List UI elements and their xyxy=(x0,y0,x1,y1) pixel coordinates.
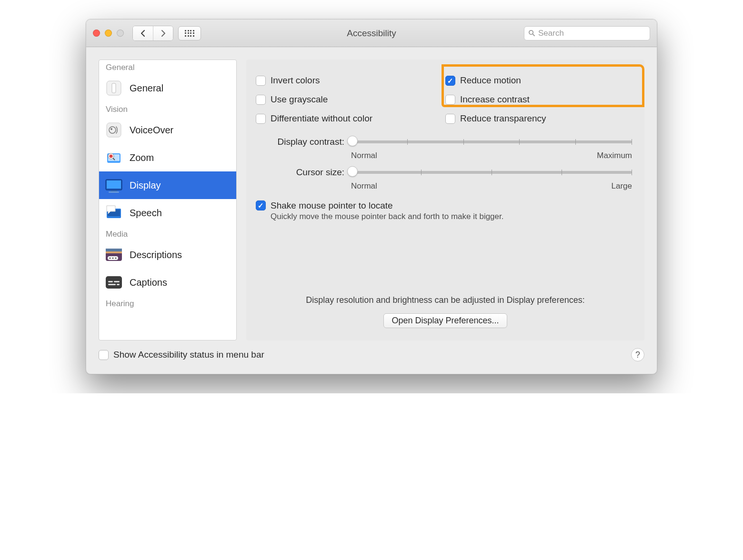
cursor-size-row: Cursor size: Normal Large xyxy=(256,166,635,191)
checkbox-use-grayscale[interactable]: Use grayscale xyxy=(256,92,445,107)
checkbox-box xyxy=(256,76,266,86)
svg-rect-29 xyxy=(117,284,120,285)
svg-point-10 xyxy=(109,154,112,158)
sidebar-item-label: Zoom xyxy=(130,152,154,163)
forward-button[interactable] xyxy=(153,26,173,40)
search-field[interactable] xyxy=(524,26,650,40)
annotation-highlight xyxy=(442,64,644,107)
help-button[interactable]: ? xyxy=(631,348,644,361)
checkbox-reduce-transparency[interactable]: Reduce transparency xyxy=(445,111,635,126)
sidebar-item-voiceover[interactable]: VoiceOver xyxy=(99,116,236,144)
sidebar-section-media: Media xyxy=(99,227,236,241)
sidebar-section-hearing: Hearing xyxy=(99,296,236,314)
checkbox-box xyxy=(256,114,266,124)
close-window-button[interactable] xyxy=(93,30,100,37)
sidebar-item-general[interactable]: General xyxy=(99,74,236,102)
slider-max-label: Large xyxy=(612,181,632,191)
checkbox-show-status-menubar[interactable]: Show Accessibility status in menu bar xyxy=(99,347,264,362)
checkbox-invert-colors[interactable]: Invert colors xyxy=(256,73,445,88)
sidebar-item-label: Display xyxy=(130,180,161,191)
footer: Show Accessibility status in menu bar ? xyxy=(86,340,657,374)
captions-icon xyxy=(104,272,124,292)
svg-point-6 xyxy=(110,128,112,130)
sidebar-item-speech[interactable]: Speech xyxy=(99,199,236,227)
checkbox-label: Show Accessibility status in menu bar xyxy=(113,350,264,360)
slider-min-label: Normal xyxy=(351,151,377,160)
display-hint: Display resolution and brightness can be… xyxy=(246,295,644,305)
sidebar-item-zoom[interactable]: Zoom xyxy=(99,144,236,171)
speech-icon xyxy=(104,203,124,223)
display-icon xyxy=(104,175,124,195)
svg-rect-25 xyxy=(106,276,122,289)
body: General General Vision VoiceOver Zoom xyxy=(86,47,657,340)
sidebar-item-label: Captions xyxy=(130,277,167,288)
slider-max-label: Maximum xyxy=(597,151,632,160)
sidebar-section-general: General xyxy=(99,60,236,74)
checkbox-box xyxy=(99,350,109,360)
slider-min-label: Normal xyxy=(351,181,377,191)
zoom-window-button[interactable] xyxy=(117,30,124,37)
svg-point-24 xyxy=(115,257,116,259)
cursor-size-slider[interactable]: Normal Large xyxy=(351,166,635,191)
sidebar-item-label: Speech xyxy=(130,208,162,219)
checkbox-label: Differentiate without color xyxy=(271,113,372,124)
shake-subtitle: Quickly move the mouse pointer back and … xyxy=(271,212,503,221)
sidebar-item-label: Descriptions xyxy=(130,250,182,260)
zoom-icon xyxy=(104,148,124,168)
checkbox-box xyxy=(445,114,455,124)
svg-point-23 xyxy=(112,257,113,259)
sidebar-item-captions[interactable]: Captions xyxy=(99,269,236,296)
general-icon xyxy=(104,78,124,98)
sidebar-item-label: General xyxy=(130,83,163,94)
open-display-preferences-button[interactable]: Open Display Preferences... xyxy=(383,313,507,328)
search-icon xyxy=(528,30,535,37)
sidebar-item-label: VoiceOver xyxy=(130,125,173,136)
nav-back-forward xyxy=(132,26,173,41)
svg-rect-26 xyxy=(108,281,113,282)
help-icon: ? xyxy=(635,350,640,360)
shake-title: Shake mouse pointer to locate xyxy=(271,200,503,211)
minimize-window-button[interactable] xyxy=(105,30,112,37)
svg-rect-15 xyxy=(109,192,119,193)
svg-rect-14 xyxy=(110,190,117,192)
checkbox-box xyxy=(256,95,266,105)
window-controls xyxy=(93,30,124,37)
shake-row: Shake mouse pointer to locate Quickly mo… xyxy=(256,200,635,221)
slider-label: Cursor size: xyxy=(256,166,351,178)
show-all-button[interactable] xyxy=(178,26,201,40)
checkbox-label: Invert colors xyxy=(271,75,320,86)
svg-line-1 xyxy=(533,34,535,36)
svg-rect-27 xyxy=(114,281,120,282)
sidebar-section-vision: Vision xyxy=(99,102,236,116)
slider-knob[interactable] xyxy=(347,166,358,177)
checkbox-differentiate-without-color[interactable]: Differentiate without color xyxy=(256,111,445,126)
display-contrast-row: Display contrast: Normal Maximum xyxy=(256,136,635,160)
chevron-left-icon xyxy=(140,30,146,37)
svg-point-22 xyxy=(109,257,110,259)
slider-knob[interactable] xyxy=(347,136,358,146)
svg-rect-3 xyxy=(112,83,116,93)
toolbar: Accessibility xyxy=(86,20,657,47)
sidebar-item-descriptions[interactable]: Descriptions xyxy=(99,241,236,269)
search-input[interactable] xyxy=(538,29,646,38)
settings-panel: Invert colors Reduce motion Use grayscal… xyxy=(246,60,644,340)
checkbox-label: Use grayscale xyxy=(271,94,328,105)
back-button[interactable] xyxy=(133,26,153,40)
display-contrast-slider[interactable]: Normal Maximum xyxy=(351,136,635,160)
system-preferences-window: Accessibility General General Vision Voi… xyxy=(86,19,657,374)
checkbox-shake-to-locate[interactable] xyxy=(256,200,266,210)
svg-rect-28 xyxy=(108,284,116,285)
grid-icon xyxy=(185,30,194,37)
svg-rect-13 xyxy=(107,180,121,189)
slider-label: Display contrast: xyxy=(256,136,351,147)
sidebar: General General Vision VoiceOver Zoom xyxy=(99,60,237,340)
checkbox-label: Reduce transparency xyxy=(460,113,546,124)
chevron-right-icon xyxy=(161,30,166,37)
sidebar-item-display[interactable]: Display xyxy=(99,171,236,199)
voiceover-icon xyxy=(104,120,124,140)
descriptions-icon xyxy=(104,245,124,265)
svg-rect-20 xyxy=(106,249,122,251)
checkbox-grid: Invert colors Reduce motion Use grayscal… xyxy=(256,73,635,126)
